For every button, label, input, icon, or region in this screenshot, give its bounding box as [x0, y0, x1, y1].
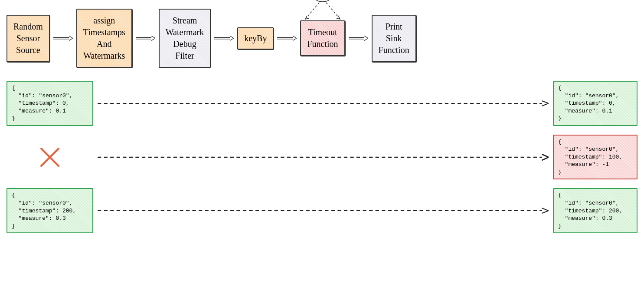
json-event-output: { "id": "sensor0", "timestamp": 0, "meas… [553, 81, 637, 126]
json-event-input: { "id": "sensor0", "timestamp": 0, "meas… [7, 81, 93, 126]
json-event-output: { "id": "sensor0", "timestamp": 200, "me… [553, 188, 637, 233]
arrow-icon [277, 34, 297, 43]
arrow-icon [136, 34, 155, 43]
svg-line-10 [326, 3, 340, 19]
flows-container: { "id": "sensor0", "timestamp": 0, "meas… [7, 81, 637, 233]
flow-row: { "id": "sensor0", "timestamp": 0, "meas… [7, 81, 637, 126]
node-stream-watermark-debug-filter: Stream Watermark Debug Filter [159, 9, 211, 68]
dashed-arrow-icon [98, 206, 549, 215]
svg-line-9 [305, 3, 319, 19]
pipeline-row: Random Sensor Source assign Timestamps A… [7, 9, 637, 68]
state-annotation: State [288, 0, 357, 20]
json-event-timeout: { "id": "sensor0", "timestamp": 100, "me… [553, 135, 637, 180]
arrow-icon [53, 34, 73, 43]
dashed-arrow-icon [98, 99, 549, 108]
node-print-sink-function: Print Sink Function [372, 15, 416, 62]
arrow-icon [349, 34, 368, 43]
cross-icon [39, 146, 61, 168]
node-timeout-function: Timeout Function [300, 20, 345, 56]
node-random-sensor-source: Random Sensor Source [7, 15, 50, 62]
node-assign-timestamps-watermarks: assign Timestamps And Watermarks [76, 9, 132, 68]
timeout-cell: State Timeout Function [300, 20, 345, 56]
dashed-arrow-icon [98, 153, 549, 162]
node-keyby: keyBy [237, 27, 274, 50]
json-event-input: { "id": "sensor0", "timestamp": 200, "me… [7, 188, 93, 233]
flow-row: { "id": "sensor0", "timestamp": 100, "me… [7, 135, 637, 180]
flow-row: { "id": "sensor0", "timestamp": 200, "me… [7, 188, 637, 233]
arrow-icon [214, 34, 234, 43]
